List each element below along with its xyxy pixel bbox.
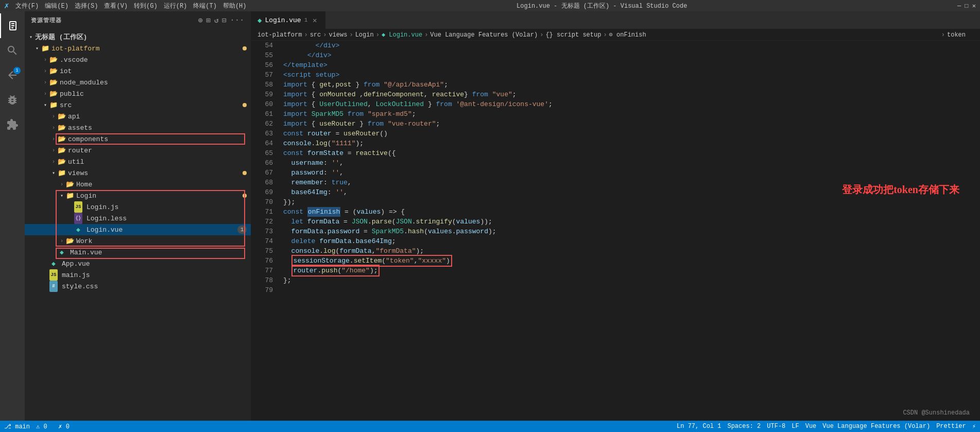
ln-77: 77 <box>251 266 273 275</box>
js-file-icon: JS <box>74 201 82 213</box>
status-position[interactable]: Ln 77, Col 1 <box>677 423 721 430</box>
status-eol[interactable]: LF <box>792 423 799 430</box>
code-line-67: password: '', <box>283 168 980 178</box>
sidebar-item-work[interactable]: › 📂 Work <box>25 235 251 247</box>
bc-volar[interactable]: Vue Language Features (Volar) <box>430 31 538 39</box>
bc-views[interactable]: views <box>329 31 347 39</box>
mainvue-arrow <box>49 247 58 258</box>
sidebar-item-iot-platform[interactable]: ▾ 📁 iot-platform <box>25 43 251 54</box>
activity-git[interactable]: 1 <box>0 63 25 88</box>
vue-file-icon: ◆ <box>74 224 82 235</box>
sidebar: 资源管理器 ⊕ ⊞ ↺ ⊟ ··· ▾ 无标题 (工作区) ▾ 📁 <box>25 11 251 421</box>
collapse-all-icon[interactable]: ⊟ <box>222 16 227 25</box>
sidebar-item-util[interactable]: › 📂 util <box>25 156 251 167</box>
sidebar-item-public[interactable]: › 📂 public <box>25 88 251 99</box>
status-notify[interactable]: ⚡ <box>972 423 976 430</box>
menu-run[interactable]: 运行(R) <box>164 2 187 10</box>
status-prettier[interactable]: Prettier <box>936 423 966 430</box>
menu-select[interactable]: 选择(S) <box>75 2 98 10</box>
bc-scriptsetup[interactable]: {} script setup <box>545 31 601 39</box>
sidebar-item-loginvue[interactable]: ◆ Login.vue 1 <box>25 224 251 235</box>
folder-icon: 📂 <box>49 54 58 65</box>
activity-search[interactable] <box>0 38 25 63</box>
right-token-label: token <box>947 31 966 39</box>
tab-loginvue[interactable]: ◆ Login.vue 1 ✕ <box>251 11 325 29</box>
components-label: components <box>68 135 108 143</box>
bc-iot[interactable]: iot-platform <box>257 31 302 39</box>
code-line-77: router.push("/home"); <box>283 266 980 275</box>
code-line-74: delete formData.base64Img; <box>283 236 980 246</box>
public-arrow: › <box>41 88 49 99</box>
activity-debug[interactable] <box>0 88 25 112</box>
sidebar-item-stylecss[interactable]: # style.css <box>25 281 251 292</box>
code-content[interactable]: </div> </div> </template> <script setup>… <box>277 41 980 421</box>
bc-login[interactable]: Login <box>355 31 374 39</box>
tab-close-button[interactable]: ✕ <box>311 16 319 24</box>
status-errors[interactable]: ⚠ 0 ✗ 0 <box>36 423 70 430</box>
mainjs-icon: JS <box>49 269 58 281</box>
sidebar-item-home[interactable]: › 📂 Home <box>25 179 251 190</box>
refresh-icon[interactable]: ↺ <box>214 16 219 25</box>
menu-edit[interactable]: 编辑(E) <box>45 2 68 10</box>
sidebar-item-src[interactable]: ▾ 📁 src <box>25 99 251 111</box>
menu-file[interactable]: 文件(F) <box>15 2 39 10</box>
sidebar-item-assets[interactable]: › 📂 assets <box>25 122 251 133</box>
activity-explorer[interactable] <box>0 13 25 38</box>
ln-60: 60 <box>251 99 273 109</box>
code-line-61: import SparkMD5 from "spark-md5"; <box>283 109 980 119</box>
menu-view[interactable]: 查看(V) <box>104 2 128 10</box>
editor-area: ◆ Login.vue 1 ✕ iot-platform › src › vie… <box>251 11 980 421</box>
new-folder-icon[interactable]: ⊞ <box>206 16 211 25</box>
sidebar-item-views[interactable]: ▾ 📁 views <box>25 167 251 179</box>
code-line-73: formData.password = SparkMD5.hash(values… <box>283 227 980 236</box>
folder-login-icon: 📁 <box>66 190 74 201</box>
sidebar-item-iot[interactable]: › 📂 iot <box>25 65 251 77</box>
sidebar-item-appvue[interactable]: ◆ App.vue <box>25 258 251 269</box>
sidebar-item-vscode[interactable]: › 📂 .vscode <box>25 54 251 65</box>
loginvue-badge: 1 <box>237 226 247 234</box>
sidebar-item-workspace[interactable]: ▾ 无标题 (工作区) <box>25 31 251 43</box>
status-lang[interactable]: Vue <box>805 423 817 430</box>
status-encoding[interactable]: UTF-8 <box>767 423 785 430</box>
folder-util-icon: 📂 <box>58 156 66 167</box>
code-line-62: import { useRouter } from "vue-router"; <box>283 119 980 129</box>
status-branch[interactable]: ⎇ main <box>4 423 30 430</box>
sidebar-title: 资源管理器 <box>31 16 62 24</box>
status-right: Ln 77, Col 1 Spaces: 2 UTF-8 LF Vue Vue … <box>677 423 976 430</box>
iot-arrow: › <box>41 65 49 77</box>
sidebar-item-login-folder[interactable]: ▾ 📁 Login <box>25 190 251 201</box>
folder-iot-icon: 📂 <box>49 65 58 77</box>
login-dot <box>243 194 247 198</box>
activity-extensions[interactable] <box>0 112 25 137</box>
sidebar-item-router[interactable]: › 📂 router <box>25 145 251 156</box>
sidebar-item-api[interactable]: › 📂 api <box>25 111 251 122</box>
status-spaces[interactable]: Spaces: 2 <box>727 423 761 430</box>
sidebar-item-components[interactable]: › 📂 components <box>25 133 251 145</box>
ln-54: 54 <box>251 41 273 50</box>
sidebar-item-loginless[interactable]: {} Login.less <box>25 213 251 224</box>
sidebar-item-node-modules[interactable]: › 📂 node_modules <box>25 77 251 88</box>
bc-onfinish[interactable]: ⊙ onFinish <box>609 31 646 39</box>
sidebar-item-loginjs[interactable]: JS Login.js <box>25 201 251 213</box>
ln-59: 59 <box>251 90 273 99</box>
menu-terminal[interactable]: 终端(T) <box>193 2 217 10</box>
right-token[interactable]: › token <box>933 29 974 41</box>
sidebar-header: 资源管理器 ⊕ ⊞ ↺ ⊟ ··· <box>25 11 251 29</box>
status-volar[interactable]: Vue Language Features (Volar) <box>822 423 930 430</box>
code-line-69: base64Img: '', <box>283 187 980 197</box>
new-file-icon[interactable]: ⊕ <box>198 16 203 25</box>
sidebar-item-mainjs[interactable]: JS main.js <box>25 269 251 281</box>
bc-sep2: › <box>323 31 326 39</box>
code-line-76: sessionStorage.setItem("token","xxxxx") <box>283 256 980 266</box>
code-line-70: }); <box>283 197 980 207</box>
bc-loginvue[interactable]: ◆ Login.vue <box>382 31 422 39</box>
sidebar-item-mainvue[interactable]: ◆ Main.vue <box>25 247 251 258</box>
node-modules-arrow: › <box>41 77 49 88</box>
router-push-red-box: router.push("/home"); <box>291 265 380 277</box>
more-icon[interactable]: ··· <box>230 16 245 25</box>
menu-goto[interactable]: 转到(G) <box>134 2 158 10</box>
views-arrow: ▾ <box>49 167 58 179</box>
menu-help[interactable]: 帮助(H) <box>223 2 247 10</box>
bc-sep6: › <box>540 31 543 39</box>
bc-src[interactable]: src <box>310 31 321 39</box>
